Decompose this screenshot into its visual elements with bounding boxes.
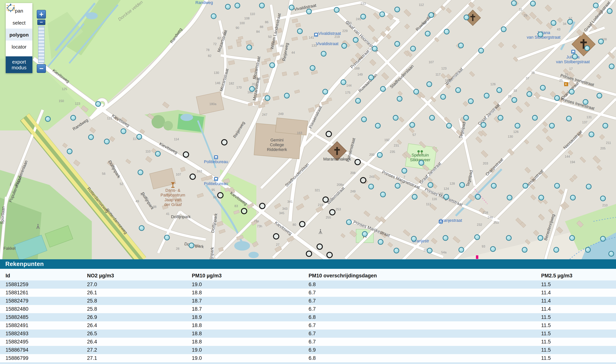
measurement-marker[interactable] bbox=[425, 31, 430, 36]
measurement-marker[interactable] bbox=[498, 115, 503, 120]
selected-rekenpunt-marker[interactable] bbox=[330, 210, 335, 215]
selected-rekenpunt-marker[interactable] bbox=[355, 159, 360, 165]
measurement-marker[interactable] bbox=[549, 123, 554, 128]
measurement-marker[interactable] bbox=[378, 239, 383, 245]
selected-rekenpunt-marker[interactable] bbox=[361, 178, 366, 183]
selected-rekenpunt-marker[interactable] bbox=[274, 234, 279, 239]
measurement-marker[interactable] bbox=[270, 63, 275, 68]
measurement-marker[interactable] bbox=[427, 82, 432, 87]
measurement-marker[interactable] bbox=[427, 248, 432, 253]
measurement-marker[interactable] bbox=[341, 80, 346, 85]
measurement-marker[interactable] bbox=[585, 46, 589, 51]
measurement-marker[interactable] bbox=[321, 51, 326, 56]
measurement-marker[interactable] bbox=[603, 123, 608, 128]
measurement-marker[interactable] bbox=[155, 151, 161, 156]
measurement-marker[interactable] bbox=[600, 196, 605, 201]
measurement-marker[interactable] bbox=[512, 97, 517, 103]
measurement-marker[interactable] bbox=[585, 247, 590, 252]
measurement-marker[interactable] bbox=[444, 29, 449, 34]
measurement-marker[interactable] bbox=[394, 248, 399, 253]
measurement-marker[interactable] bbox=[235, 3, 240, 8]
measurement-marker[interactable] bbox=[96, 102, 101, 106]
measurement-marker[interactable] bbox=[444, 194, 449, 199]
table-row[interactable]: 1588679927.119.06.811.5 bbox=[0, 354, 616, 362]
measurement-marker[interactable] bbox=[104, 139, 109, 144]
measurement-marker[interactable] bbox=[429, 115, 434, 120]
measurement-marker[interactable] bbox=[211, 14, 216, 19]
measurement-marker[interactable] bbox=[419, 160, 424, 165]
measurement-marker[interactable] bbox=[455, 88, 461, 92]
measurement-marker[interactable] bbox=[479, 48, 484, 53]
measurement-marker[interactable] bbox=[361, 14, 366, 19]
measurement-marker[interactable] bbox=[568, 19, 573, 24]
measurement-marker[interactable] bbox=[583, 100, 588, 104]
measurement-marker[interactable] bbox=[265, 96, 270, 101]
measurement-marker[interactable] bbox=[164, 235, 169, 240]
measurement-marker[interactable] bbox=[458, 43, 463, 48]
table-row[interactable]: 1588680426.918.96.811.5 bbox=[0, 362, 616, 364]
measurement-marker[interactable] bbox=[284, 93, 289, 98]
measurement-marker[interactable] bbox=[429, 13, 434, 17]
selected-rekenpunt-marker[interactable] bbox=[241, 208, 247, 214]
measurement-marker[interactable] bbox=[515, 123, 520, 128]
measurement-marker[interactable] bbox=[137, 134, 142, 139]
measurement-marker[interactable] bbox=[356, 98, 361, 103]
measurement-marker[interactable] bbox=[609, 64, 614, 69]
measurement-marker[interactable] bbox=[523, 183, 528, 188]
measurement-marker[interactable] bbox=[138, 170, 143, 175]
measurement-marker[interactable] bbox=[443, 235, 448, 240]
measurement-marker[interactable] bbox=[380, 12, 385, 17]
measurement-marker[interactable] bbox=[571, 195, 576, 200]
measurement-marker[interactable] bbox=[414, 89, 419, 94]
measurement-marker[interactable] bbox=[506, 235, 511, 240]
measurement-marker[interactable] bbox=[395, 7, 400, 12]
measurement-marker[interactable] bbox=[342, 43, 347, 48]
measurement-marker[interactable] bbox=[570, 235, 575, 240]
measurement-marker[interactable] bbox=[189, 243, 194, 248]
measurement-marker[interactable] bbox=[402, 168, 407, 173]
measurement-marker[interactable] bbox=[428, 182, 433, 188]
measurement-marker[interactable] bbox=[539, 195, 544, 200]
table-row[interactable]: 1588248025.818.76.711.4 bbox=[0, 305, 616, 313]
measurement-marker[interactable] bbox=[475, 194, 480, 199]
measurement-marker[interactable] bbox=[469, 99, 473, 104]
measurement-marker[interactable] bbox=[393, 115, 398, 120]
measurement-marker[interactable] bbox=[307, 9, 311, 14]
measurement-marker[interactable] bbox=[375, 123, 380, 128]
measurement-marker[interactable] bbox=[551, 20, 556, 25]
measurement-marker[interactable] bbox=[597, 93, 602, 98]
table-row[interactable]: 1588249326.518.86.711.5 bbox=[0, 330, 616, 338]
measurement-marker[interactable] bbox=[599, 39, 603, 44]
measurement-marker[interactable] bbox=[569, 89, 574, 94]
measurement-marker[interactable] bbox=[250, 86, 254, 91]
measurement-marker[interactable] bbox=[381, 86, 386, 91]
measurement-marker[interactable] bbox=[362, 232, 367, 236]
export-modus-button[interactable]: exportmodus bbox=[6, 56, 32, 73]
measurement-marker[interactable] bbox=[372, 46, 377, 51]
measurement-marker[interactable] bbox=[381, 192, 386, 197]
measurement-marker[interactable] bbox=[323, 89, 328, 94]
measurement-marker[interactable] bbox=[441, 94, 445, 99]
measurement-marker[interactable] bbox=[289, 5, 294, 10]
measurement-marker[interactable] bbox=[589, 132, 594, 137]
measurement-marker[interactable] bbox=[225, 4, 230, 9]
measurement-marker[interactable] bbox=[554, 96, 559, 101]
selected-rekenpunt-marker[interactable] bbox=[222, 140, 227, 145]
measurement-marker[interactable] bbox=[397, 96, 402, 101]
measurement-marker[interactable] bbox=[532, 115, 537, 120]
measurement-marker[interactable] bbox=[609, 251, 614, 256]
zoom-slider-track[interactable] bbox=[38, 26, 45, 63]
measurement-marker[interactable] bbox=[538, 235, 543, 240]
zoom-slider-handle[interactable]: − bbox=[37, 20, 45, 25]
measurement-marker[interactable] bbox=[491, 183, 496, 188]
measurement-marker[interactable] bbox=[411, 46, 415, 51]
measurement-marker[interactable] bbox=[554, 247, 559, 252]
measurement-marker[interactable] bbox=[395, 41, 400, 46]
measurement-marker[interactable] bbox=[45, 117, 50, 121]
selected-rekenpunt-marker[interactable] bbox=[183, 152, 188, 157]
selected-rekenpunt-marker[interactable] bbox=[190, 174, 195, 179]
table-row[interactable]: 1588126126.118.86.711.4 bbox=[0, 289, 616, 297]
tool-polygon[interactable]: polygon bbox=[6, 28, 32, 40]
measurement-marker[interactable] bbox=[484, 93, 489, 98]
measurement-marker[interactable] bbox=[377, 153, 382, 157]
